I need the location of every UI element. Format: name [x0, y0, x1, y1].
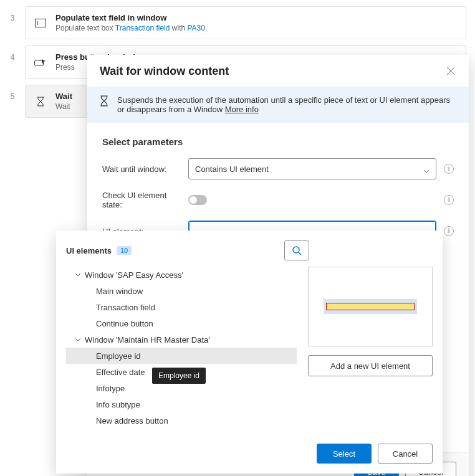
wait-until-label: Wait until window:	[102, 164, 186, 174]
add-ui-element-button[interactable]: Add a new UI element	[308, 355, 433, 376]
picker-title: UI elements	[66, 246, 112, 255]
button-press-icon	[33, 55, 48, 70]
hourglass-icon	[33, 94, 48, 109]
ui-element-picker: UI elements 10 Window 'SAP Easy Access' …	[56, 231, 443, 474]
tree-item[interactable]: New address button	[66, 412, 297, 429]
tree-group[interactable]: Window 'SAP Easy Access'	[66, 267, 297, 283]
search-button[interactable]	[284, 240, 309, 260]
step-title: Wait	[55, 92, 72, 101]
step-number: 5	[0, 85, 25, 101]
tree-group[interactable]: Window 'Maintain HR Master Data'	[66, 331, 297, 348]
tree-item[interactable]: Transaction field	[66, 299, 297, 315]
select-button[interactable]: Select	[317, 444, 372, 464]
svg-point-3	[293, 247, 299, 253]
cancel-button[interactable]: Cancel	[378, 444, 433, 464]
dialog-title: Wait for window content	[100, 65, 229, 78]
wait-until-dropdown[interactable]: Contains UI element	[188, 158, 436, 179]
tree-item-selected[interactable]: Employee id	[66, 348, 297, 364]
info-icon[interactable]: i	[444, 195, 454, 205]
element-preview	[308, 267, 433, 346]
chevron-down-icon	[423, 166, 429, 172]
element-count-badge: 10	[117, 246, 132, 255]
hourglass-icon	[100, 95, 108, 108]
step-number: 4	[0, 45, 25, 62]
info-icon[interactable]: i	[444, 226, 454, 236]
ui-element-tree: Window 'SAP Easy Access' Main window Tra…	[66, 267, 297, 429]
search-icon	[292, 245, 302, 255]
textfield-icon	[33, 16, 48, 31]
step-subtitle: Wait	[55, 102, 72, 111]
check-state-toggle[interactable]	[188, 195, 207, 205]
step-subtitle: Populate text box Transaction field with…	[55, 24, 205, 32]
flow-step-3[interactable]: 3 Populate text field in window Populate…	[0, 6, 475, 39]
svg-rect-0	[36, 19, 46, 27]
dialog-description: Suspends the execution of the automation…	[117, 95, 450, 114]
dialog-info-band: Suspends the execution of the automation…	[87, 87, 469, 123]
close-icon[interactable]	[446, 67, 456, 77]
info-icon[interactable]: i	[444, 164, 454, 174]
params-heading: Select parameters	[102, 136, 454, 147]
more-info-link[interactable]: More info	[225, 105, 259, 114]
check-state-label: Check UI element state:	[102, 191, 186, 209]
chevron-down-icon	[75, 338, 82, 341]
preview-highlight	[324, 299, 417, 314]
tree-item[interactable]: Info subtype	[66, 396, 297, 412]
tree-item[interactable]: Main window	[66, 283, 297, 299]
step-number: 3	[0, 6, 25, 22]
tooltip: Employee id	[152, 368, 206, 384]
step-title: Populate text field in window	[55, 13, 205, 22]
svg-line-4	[299, 252, 301, 255]
chevron-down-icon	[75, 273, 82, 277]
tree-item[interactable]: Continue button	[66, 315, 297, 331]
